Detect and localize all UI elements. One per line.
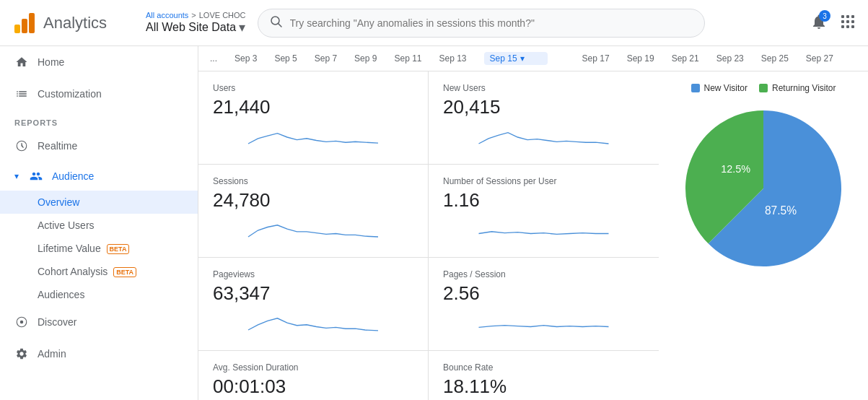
metric-users-value: 21,440 [213, 96, 413, 118]
metric-pages-per-session: Pages / Session 2.56 [429, 258, 659, 351]
app-container: Analytics All accounts > LOVE CHOC All W… [0, 0, 868, 400]
metric-users-sparkline [213, 124, 413, 150]
admin-icon [14, 347, 29, 361]
sidebar-item-overview[interactable]: Overview [0, 191, 198, 214]
body: Home Customization REPORTS Realtime ▾ [0, 46, 868, 400]
sidebar-item-customization[interactable]: Customization [0, 78, 198, 110]
svg-rect-12 [846, 25, 849, 28]
date-sep15-dropdown[interactable]: Sep 15 ▾ [484, 52, 548, 65]
sidebar-item-realtime[interactable]: Realtime [0, 130, 198, 162]
breadcrumb-bottom: All Web Site Data ▾ [146, 19, 246, 35]
metric-users: Users 21,440 [198, 71, 429, 165]
sidebar-audiences-label: Audiences [38, 289, 84, 300]
sidebar-admin-label: Admin [38, 348, 66, 360]
sidebar-cohort-analysis-label: Cohort Analysis [38, 266, 108, 277]
metric-sessions-per-user-value: 1.16 [443, 189, 644, 212]
metric-new-users-label: New Users [443, 83, 644, 93]
svg-rect-5 [841, 15, 844, 18]
metric-sessions: Sessions 24,780 [198, 165, 429, 258]
new-visitor-pct-label: 87.5% [765, 204, 797, 217]
audience-icon [29, 169, 43, 183]
svg-rect-2 [29, 13, 35, 33]
customization-icon [14, 87, 29, 101]
breadcrumb-site: LOVE CHOC [199, 11, 246, 19]
reports-section-label: REPORTS [0, 110, 198, 130]
metric-sessions-label: Sessions [213, 176, 413, 186]
svg-rect-13 [851, 25, 854, 28]
date-bar: ... Sep 3 Sep 5 Sep 7 Sep 9 Sep 11 Sep 1… [198, 46, 868, 71]
sidebar-item-audiences[interactable]: Audiences [0, 283, 198, 306]
date-sep23: Sep 23 [716, 53, 744, 64]
metric-pages-per-session-sparkline [443, 310, 644, 336]
svg-line-4 [278, 24, 281, 27]
metric-bounce-rate-value: 18.11% [443, 375, 644, 398]
logo-area: Analytics [12, 10, 134, 36]
date-ellipsis: ... [210, 53, 217, 64]
metric-pageviews: Pageviews 63,347 [198, 258, 429, 351]
metric-pages-per-session-label: Pages / Session [443, 269, 644, 279]
metric-sessions-value: 24,780 [213, 189, 413, 212]
metric-bounce-rate: Bounce Rate 18.11% [429, 351, 659, 400]
notification-button[interactable]: 3 [810, 13, 828, 32]
grid-button[interactable] [839, 13, 856, 32]
search-bar [258, 9, 705, 38]
date-sep21: Sep 21 [672, 53, 699, 64]
sidebar-item-discover[interactable]: Discover [0, 306, 198, 338]
metrics-area: Users 21,440 New Users 20,415 [198, 71, 868, 400]
notification-badge: 3 [819, 10, 830, 22]
date-sep5: Sep 5 [274, 53, 297, 64]
date-sep27: Sep 27 [806, 53, 833, 64]
search-icon [270, 15, 283, 30]
sidebar-overview-label: Overview [38, 196, 79, 208]
sidebar-lifetime-value-label: Lifetime Value [38, 243, 101, 254]
pie-chart-area: New Visitor Returning Visitor [659, 71, 868, 400]
svg-rect-10 [851, 20, 854, 23]
sidebar-item-cohort-analysis[interactable]: Cohort Analysis BETA [0, 260, 198, 283]
legend-new-visitor: New Visitor [691, 83, 748, 93]
new-visitor-label: New Visitor [704, 83, 748, 93]
metric-users-label: Users [213, 83, 413, 93]
discover-icon [14, 315, 29, 329]
metric-sessions-per-user-label: Number of Sessions per User [443, 176, 644, 186]
returning-visitor-pct-label: 12.5% [721, 163, 750, 175]
metric-pages-per-session-value: 2.56 [443, 282, 644, 305]
breadcrumb-dropdown-icon[interactable]: ▾ [239, 19, 245, 35]
breadcrumb-top: All accounts > LOVE CHOC [146, 11, 246, 19]
sidebar-item-lifetime-value[interactable]: Lifetime Value BETA [0, 237, 198, 260]
sidebar-item-active-users[interactable]: Active Users [0, 214, 198, 237]
metric-bounce-rate-label: Bounce Rate [443, 362, 644, 373]
sidebar-item-admin[interactable]: Admin [0, 338, 198, 370]
analytics-logo-icon [12, 10, 38, 36]
svg-rect-7 [851, 15, 854, 18]
pie-chart-svg: 87.5% 12.5% [677, 102, 850, 275]
svg-point-16 [20, 321, 24, 324]
realtime-icon [14, 139, 29, 153]
date-sep13: Sep 13 [439, 53, 467, 64]
returning-visitor-dot [759, 84, 768, 92]
sidebar-item-audience-parent[interactable]: ▾ Audience [0, 162, 198, 191]
legend-returning-visitor: Returning Visitor [759, 83, 836, 93]
date-sep7: Sep 7 [315, 53, 337, 64]
sidebar: Home Customization REPORTS Realtime ▾ [0, 46, 198, 400]
breadcrumb-property: All Web Site Data [146, 21, 236, 34]
lifetime-value-beta-badge: BETA [107, 244, 130, 254]
new-visitor-dot [691, 84, 700, 92]
metric-avg-session-duration-value: 00:01:03 [213, 375, 413, 398]
sidebar-customization-label: Customization [38, 88, 102, 100]
date-sep9: Sep 9 [354, 53, 377, 64]
metric-pageviews-value: 63,347 [213, 282, 413, 305]
header: Analytics All accounts > LOVE CHOC All W… [0, 0, 868, 46]
sidebar-audience-label: Audience [52, 170, 94, 182]
svg-rect-9 [846, 20, 849, 23]
cohort-analysis-beta-badge: BETA [113, 267, 136, 277]
metric-sessions-sparkline [213, 217, 413, 243]
sidebar-item-home[interactable]: Home [0, 46, 198, 78]
metric-pageviews-sparkline [213, 310, 413, 336]
metric-new-users: New Users 20,415 [429, 71, 659, 165]
logo-text: Analytics [43, 14, 107, 32]
svg-rect-6 [846, 15, 849, 18]
search-input[interactable] [290, 17, 693, 29]
sidebar-home-label: Home [38, 56, 64, 68]
breadcrumb-accounts[interactable]: All accounts [146, 11, 188, 19]
sidebar-active-users-label: Active Users [38, 219, 95, 231]
